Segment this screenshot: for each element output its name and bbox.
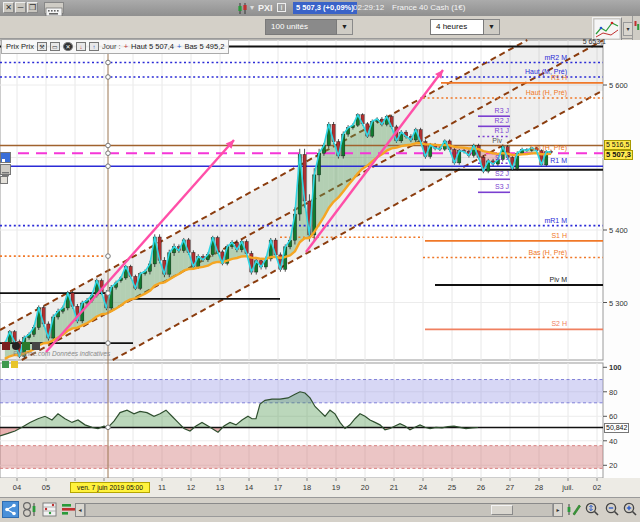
symbol-label: PXI	[258, 3, 273, 13]
oscillator-fill	[280, 398, 288, 428]
linked-quotes-button[interactable]	[21, 501, 38, 518]
keyboard-icon[interactable]	[44, 2, 64, 14]
zoom-in-icon[interactable]	[621, 501, 638, 518]
oscillator-fill	[260, 400, 265, 427]
oscillator-fill	[305, 393, 310, 427]
last-price-badge: 5 507,3	[604, 150, 633, 160]
bottom-toolbar: ◂ ▸	[0, 497, 640, 522]
chart-canvas[interactable]	[0, 38, 640, 497]
oscillator-fill	[252, 419, 256, 428]
period-label: Jour :	[102, 42, 121, 51]
timeframe-select[interactable]: 4 heures ▼	[430, 19, 500, 35]
level-label-S2 H: S2 H	[551, 320, 567, 328]
horizontal-scrollbar[interactable]	[85, 503, 553, 517]
high-marker-icon: +	[124, 42, 128, 51]
x-tick-label: 02	[584, 483, 610, 492]
level-label-R1 M: R1 M	[550, 157, 567, 165]
info-icon[interactable]: i	[277, 3, 286, 12]
x-tick-label: 05	[33, 483, 59, 492]
oscillator-fill	[272, 399, 280, 427]
close-icon[interactable]: ✕	[63, 42, 73, 51]
cursor-marker	[106, 341, 111, 346]
x-tick-label: 27	[497, 483, 523, 492]
units-select[interactable]: 100 unités ▼	[265, 19, 353, 35]
maximize-icon[interactable]: ❒	[27, 2, 38, 13]
wrench-icon[interactable]: ⚒	[37, 42, 47, 51]
logo-dark-icon	[32, 342, 40, 350]
price-line-badge: 5 516,5	[604, 140, 631, 150]
window-icon[interactable]: ▭	[50, 42, 60, 51]
level-label-Bas (H, Pré): Bas (H, Pré)	[528, 249, 567, 257]
logo-dot-icon	[12, 342, 20, 350]
logo-red-icon	[2, 342, 10, 350]
oscillator-tick-label: 100	[609, 363, 622, 372]
low-marker-icon: +	[177, 42, 181, 51]
x-tick-label: 25	[439, 483, 465, 492]
oscillator-tick-label: 80	[609, 388, 617, 397]
level-label-R3 J: R3 J	[495, 107, 509, 115]
level-label-S1 J: S1 J	[495, 154, 509, 162]
price-tick-label: 5 400	[609, 226, 628, 235]
oscillator-legend-yellow-icon	[11, 361, 18, 368]
x-tick-label: 14	[236, 483, 262, 492]
oscillator-value-badge: 50,842	[604, 423, 629, 433]
x-tick-label: 13	[207, 483, 233, 492]
level-label-Piv M: Piv M	[550, 276, 568, 284]
price-tick-label: 5 600	[609, 81, 628, 90]
chart-toolbar: 100 unités ▼ 4 heures ▼ ▾	[0, 16, 640, 39]
instrument-label: France 40 Cash (1€)	[392, 3, 465, 12]
oscillator-fill	[295, 392, 300, 428]
level-label-Clo (H, Pré): Clo (H, Pré)	[530, 144, 567, 152]
level-label-S3 J: S3 J	[495, 183, 509, 191]
oscillator-fill	[300, 392, 305, 428]
share-button[interactable]	[2, 501, 19, 518]
left-tool-blue-icon[interactable]	[0, 152, 11, 163]
level-label-Haut (H, Pré): Haut (H, Pré)	[526, 89, 567, 97]
oscillator-fill	[265, 399, 272, 427]
level-label-5 653,1: 5 653,1	[583, 38, 606, 46]
level-label-mR1 M: mR1 M	[544, 217, 567, 225]
quote-badge: 5 507,3 (+0,09%)	[293, 2, 357, 14]
level-label-Piv: Piv	[492, 137, 502, 145]
scroll-left-icon[interactable]: ◂	[75, 503, 85, 517]
level-label-S1 H: S1 H	[551, 232, 567, 240]
minimize-icon[interactable]: ─	[15, 2, 26, 13]
chevron-down-icon[interactable]: ▼	[337, 19, 353, 35]
x-tick-label: 24	[410, 483, 436, 492]
cursor-marker	[106, 425, 111, 430]
arrow-down-icon[interactable]: ↓	[76, 42, 86, 51]
oversold-band	[0, 446, 603, 469]
x-tick-label: 11	[149, 483, 175, 492]
x-tick-label: 26	[468, 483, 494, 492]
cursor-marker	[106, 143, 111, 148]
close-icon[interactable]: ✕	[3, 2, 14, 13]
level-label-R1 J: R1 J	[495, 127, 509, 135]
clock-label: 02:29:12	[353, 3, 384, 12]
price-series-label: Prix Prix	[6, 42, 34, 51]
scroll-right-icon[interactable]: ▸	[553, 503, 563, 517]
draw-tool-icon[interactable]	[565, 501, 582, 518]
x-tick-label: 28	[526, 483, 552, 492]
zoom-out-icon[interactable]	[603, 501, 620, 518]
oscillator-legend-green-icon	[2, 361, 9, 368]
zoom-fit-icon[interactable]	[583, 501, 600, 518]
scrollbar-thumb[interactable]	[491, 505, 513, 515]
day-low-label: Bas 5 495,2	[184, 42, 224, 51]
oscillator-tick-label: 20	[609, 461, 617, 470]
chevron-down-icon[interactable]: ▾	[250, 3, 254, 12]
left-tool-collapse-icon[interactable]	[0, 176, 8, 184]
cursor-marker	[106, 151, 111, 156]
window-titlebar: ✕ ─ ❒ ▾ PXI i 5 507,3 (+0,09%) 02:29:12 …	[0, 0, 640, 17]
oscillator-fill	[140, 411, 147, 427]
x-tick-label: 18	[294, 483, 320, 492]
cursor-marker	[106, 75, 111, 80]
screener-button[interactable]	[41, 501, 58, 518]
x-tick-label: 20	[352, 483, 378, 492]
candlestick-icon	[237, 3, 248, 14]
logo-green-icon	[22, 342, 30, 350]
cursor-marker	[106, 164, 111, 169]
arrow-up-icon[interactable]: ↑	[89, 42, 99, 51]
cursor-marker	[106, 60, 111, 65]
left-tool-gray-icon[interactable]	[0, 164, 11, 175]
chevron-down-icon[interactable]: ▼	[484, 19, 500, 35]
